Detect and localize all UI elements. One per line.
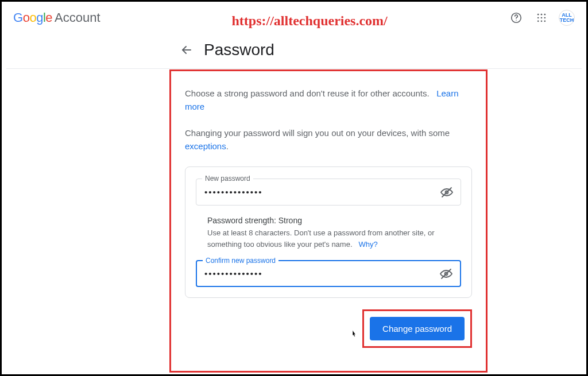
why-link[interactable]: Why? — [358, 240, 377, 249]
exceptions-link[interactable]: exceptions — [185, 141, 226, 151]
svg-point-5 — [537, 17, 539, 19]
intro-text: Choose a strong password and don't reuse… — [185, 88, 430, 98]
action-row: Change password — [185, 309, 472, 348]
back-arrow-icon[interactable] — [180, 43, 194, 57]
page-title: Password — [204, 41, 274, 59]
new-password-input[interactable] — [204, 187, 433, 197]
svg-point-10 — [544, 21, 546, 22]
svg-point-9 — [541, 21, 543, 22]
confirm-password-field[interactable]: Confirm new password — [196, 260, 461, 287]
password-card: New password Password strength: Strong U… — [185, 166, 472, 298]
svg-point-4 — [544, 14, 546, 15]
new-password-field[interactable]: New password — [196, 179, 461, 206]
action-highlight: Change password — [362, 309, 472, 348]
avatar[interactable]: ALL TECH — [559, 10, 575, 26]
google-logo: Google — [13, 10, 52, 25]
intro2-text: Changing your password will sign you out… — [185, 128, 450, 138]
page-title-row: Password — [2, 34, 586, 68]
new-password-label: New password — [202, 175, 253, 183]
confirm-password-label: Confirm new password — [203, 257, 278, 265]
svg-point-7 — [544, 17, 546, 19]
header-left: Google Account — [13, 10, 100, 25]
strength-title: Password strength: Strong — [207, 216, 458, 225]
svg-point-2 — [537, 14, 539, 15]
change-password-button[interactable]: Change password — [370, 317, 465, 340]
intro-line-1: Choose a strong password and don't reuse… — [185, 87, 472, 113]
svg-point-6 — [541, 17, 543, 19]
toggle-visibility-icon[interactable] — [439, 267, 453, 281]
account-label: Account — [55, 10, 100, 25]
password-content-highlight: Choose a strong password and don't reuse… — [169, 69, 488, 373]
svg-point-3 — [541, 14, 543, 15]
help-icon[interactable] — [508, 10, 524, 26]
cursor-pointer-icon — [349, 329, 358, 338]
strength-block: Password strength: Strong Use at least 8… — [196, 206, 461, 260]
header-divider — [6, 68, 582, 69]
strength-hint: Use at least 8 characters. Don't use a p… — [207, 227, 458, 250]
intro-line-2: Changing your password will sign you out… — [185, 127, 472, 153]
svg-point-8 — [537, 21, 539, 22]
toggle-visibility-icon[interactable] — [440, 185, 454, 199]
intro2-period: . — [226, 141, 229, 151]
confirm-password-input[interactable] — [204, 269, 433, 278]
watermark-text: https://alltechqueries.com/ — [231, 13, 387, 29]
header-right: ALL TECH — [508, 10, 575, 26]
apps-grid-icon[interactable] — [533, 10, 550, 26]
strength-msg-text: Use at least 8 characters. Don't use a p… — [207, 228, 435, 249]
svg-point-1 — [516, 20, 516, 20]
